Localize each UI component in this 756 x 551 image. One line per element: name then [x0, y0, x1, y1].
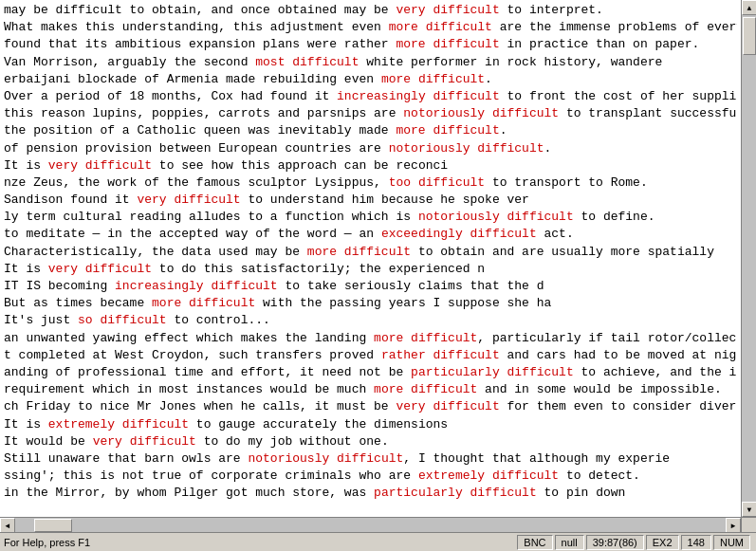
difficult-highlight: more difficult	[152, 296, 255, 310]
scroll-track-v[interactable]	[742, 15, 756, 502]
text-content: , I thought that although my experie	[403, 451, 670, 466]
ex2-label: EX2	[646, 535, 679, 550]
text-content: .	[544, 141, 552, 156]
text-content: to obtain and are usually more spatially	[411, 245, 714, 259]
scrollbar-corner	[741, 518, 756, 533]
difficult-highlight: very difficult	[93, 434, 196, 449]
text-content: and in some would be impossible.	[477, 382, 721, 396]
text-content: to transport to Rome.	[485, 175, 648, 190]
horizontal-scrollbar[interactable]: ◄ ►	[0, 518, 741, 532]
num-label: NUM	[713, 535, 750, 550]
text-content: to control...	[167, 313, 270, 327]
text-line: ly term cultural reading alludes to a fu…	[4, 209, 737, 226]
difficult-highlight: very difficult	[137, 193, 240, 207]
text-line: It is very difficult to see how this app…	[4, 157, 737, 174]
difficult-highlight: more difficult	[396, 123, 499, 138]
text-line: Characteristically, the data used may be…	[4, 244, 737, 261]
text-content: this reason lupins, poppies, carrots and…	[4, 106, 403, 120]
bnc-label: BNC	[517, 535, 552, 550]
difficult-highlight: more difficult	[374, 331, 477, 345]
text-content: to do this satisfactorily; the experienc…	[152, 262, 485, 276]
text-line: requirement which in most instances woul…	[4, 381, 737, 398]
text-line: Over a period of 18 months, Cox had foun…	[4, 88, 737, 105]
text-line: found that its ambitious expansion plans…	[4, 36, 737, 53]
text-content: act.	[537, 227, 574, 241]
text-content: t completed at West Croydon, such transf…	[4, 348, 381, 362]
text-content: Characteristically, the data used may be	[4, 245, 307, 259]
text-content: ssing'; this is not true of corporate cr…	[4, 468, 418, 483]
vertical-scrollbar[interactable]: ▲ ▼	[741, 0, 756, 517]
help-text: For Help, press F1	[4, 537, 517, 548]
text-content: .	[500, 123, 507, 138]
text-content: of pension provision between European co…	[4, 141, 389, 156]
text-content: to meditate — in the accepted way of the…	[4, 227, 381, 241]
scroll-thumb-h[interactable]	[34, 519, 72, 532]
text-content: erbaijani blockade of Armenia made rebui…	[4, 72, 381, 86]
difficult-highlight: more difficult	[396, 37, 499, 51]
difficult-highlight: most difficult	[255, 55, 359, 69]
text-content: IT IS becoming	[4, 279, 115, 293]
difficult-highlight: more difficult	[389, 20, 492, 34]
scroll-right-button[interactable]: ►	[726, 518, 741, 533]
text-content: to do my job without one.	[196, 434, 389, 449]
text-content: It is	[4, 158, 48, 173]
text-content: Van Morrison, arguably the second	[4, 55, 255, 69]
text-content: to achieve, and the investment sho	[574, 365, 737, 379]
scroll-down-button[interactable]: ▼	[742, 502, 756, 517]
difficult-highlight: notoriously difficult	[403, 106, 559, 120]
text-line: ch Friday to nice Mr Jones when he calls…	[4, 398, 737, 415]
text-line: this reason lupins, poppies, carrots and…	[4, 105, 737, 122]
text-content: .	[485, 72, 492, 86]
text-line: the position of a Catholic queen was ine…	[4, 122, 737, 139]
difficult-highlight: more difficult	[307, 245, 411, 259]
text-line: It would be very difficult to do my job …	[4, 433, 737, 450]
difficult-highlight: particularly difficult	[411, 365, 574, 379]
text-content: in the Mirror, by whom Pilger got much s…	[4, 486, 374, 500]
text-content: It would be	[4, 434, 93, 449]
text-content: Sandison found it	[4, 193, 137, 207]
text-line: IT IS becoming increasingly difficult to…	[4, 278, 737, 295]
scroll-thumb-v[interactable]	[743, 17, 756, 55]
text-content: to define.	[574, 210, 655, 224]
text-content: an unwanted yawing effect which makes th…	[4, 331, 374, 345]
text-content: But as times became	[4, 296, 152, 310]
difficult-highlight: increasingly difficult	[115, 279, 278, 293]
text-line: Still unaware that barn owls are notorio…	[4, 450, 737, 468]
status-bar: For Help, press F1 BNC null 39:87(86) EX…	[0, 532, 756, 551]
text-line: But as times became more difficult with …	[4, 295, 737, 312]
text-line: t completed at West Croydon, such transf…	[4, 347, 737, 364]
text-content: It is	[4, 262, 48, 276]
scroll-left-button[interactable]: ◄	[0, 518, 15, 533]
text-content: are the immense problems of everyday	[492, 20, 737, 34]
difficult-highlight: very difficult	[396, 3, 499, 17]
text-content: found that its ambitious expansion plans…	[4, 37, 396, 51]
text-content: What makes this understanding, this adju…	[4, 20, 389, 34]
scroll-up-button[interactable]: ▲	[742, 0, 756, 15]
text-content: white performer in rock history, wandere	[359, 55, 662, 69]
text-line: Van Morrison, arguably the second most d…	[4, 54, 737, 71]
difficult-highlight: exceedingly difficult	[381, 227, 537, 241]
difficult-highlight: notoriously difficult	[248, 451, 403, 466]
difficult-highlight: very difficult	[48, 262, 152, 276]
text-content: ly term cultural reading alludes to a fu…	[4, 210, 418, 224]
difficult-highlight: extremely difficult	[418, 468, 559, 483]
difficult-highlight: particularly difficult	[374, 486, 537, 500]
text-content: to detect.	[559, 468, 640, 483]
text-line: nze Zeus, the work of the famous sculpto…	[4, 174, 737, 192]
text-content: , particularly if tail rotor/collective …	[477, 331, 737, 345]
text-content: Still unaware that barn owls are	[4, 451, 248, 466]
scroll-track-h[interactable]	[15, 518, 726, 532]
text-content: for them even to consider diverting that…	[500, 399, 737, 413]
text-content: in practice than on paper.	[500, 37, 700, 51]
text-content: Over a period of 18 months, Cox had foun…	[4, 89, 337, 103]
text-line: of pension provision between European co…	[4, 140, 737, 157]
text-line: an unwanted yawing effect which makes th…	[4, 330, 737, 347]
text-line: It is very difficult to do this satisfac…	[4, 261, 737, 278]
num-148: 148	[681, 535, 711, 550]
difficult-highlight: very difficult	[396, 399, 499, 413]
difficult-highlight: increasingly difficult	[337, 89, 500, 103]
text-line: to meditate — in the accepted way of the…	[4, 226, 737, 243]
difficult-highlight: extremely difficult	[48, 417, 189, 432]
text-content: to see how this approach can be reconci	[152, 158, 448, 173]
main-content: may be difficult to obtain, and once obt…	[0, 0, 756, 517]
